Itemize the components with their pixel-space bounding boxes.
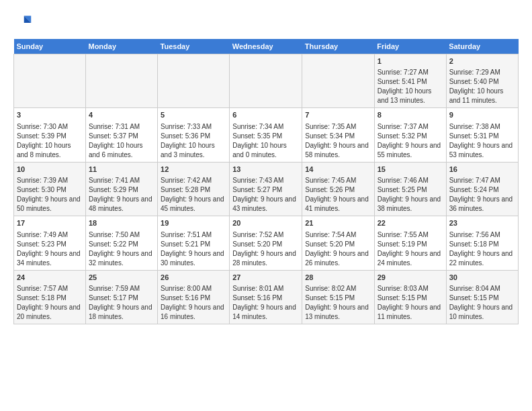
day-info: Sunset: 5:34 PM [305, 132, 371, 141]
calendar-cell [158, 54, 230, 108]
day-info: Daylight: 9 hours and 10 minutes. [449, 303, 515, 322]
calendar-cell: 13Sunrise: 7:43 AMSunset: 5:27 PMDayligh… [230, 162, 302, 216]
calendar-cell: 19Sunrise: 7:51 AMSunset: 5:21 PMDayligh… [158, 216, 230, 270]
day-info: Daylight: 9 hours and 38 minutes. [378, 195, 443, 214]
calendar-cell: 17Sunrise: 7:49 AMSunset: 5:23 PMDayligh… [14, 216, 86, 270]
calendar-cell: 26Sunrise: 8:00 AMSunset: 5:16 PMDayligh… [158, 270, 230, 324]
day-info: Sunrise: 7:59 AM [89, 284, 154, 293]
day-info: Daylight: 9 hours and 50 minutes. [17, 195, 83, 214]
calendar-cell: 25Sunrise: 7:59 AMSunset: 5:17 PMDayligh… [85, 270, 157, 324]
day-info: Sunrise: 7:43 AM [232, 176, 299, 185]
logo [13, 13, 35, 32]
day-info: Sunrise: 7:55 AM [378, 230, 443, 240]
day-number: 3 [17, 110, 83, 120]
day-info: Daylight: 9 hours and 14 minutes. [232, 303, 299, 322]
logo-icon [13, 13, 32, 32]
day-info: Sunset: 5:15 PM [305, 293, 371, 303]
day-info: Sunset: 5:15 PM [378, 293, 443, 303]
day-info: Sunset: 5:32 PM [378, 132, 443, 141]
day-info: Sunset: 5:35 PM [232, 132, 299, 141]
day-info: Sunset: 5:17 PM [89, 293, 154, 303]
day-info: Daylight: 10 hours and 8 minutes. [17, 141, 83, 160]
day-info: Sunset: 5:21 PM [161, 240, 226, 249]
calendar-cell: 20Sunrise: 7:52 AMSunset: 5:20 PMDayligh… [230, 216, 302, 270]
day-info: Sunrise: 7:46 AM [378, 176, 443, 185]
day-number: 2 [449, 56, 515, 66]
calendar-cell: 10Sunrise: 7:39 AMSunset: 5:30 PMDayligh… [14, 162, 86, 216]
day-number: 24 [17, 273, 83, 283]
calendar-cell: 16Sunrise: 7:47 AMSunset: 5:24 PMDayligh… [446, 162, 518, 216]
calendar-week-4: 17Sunrise: 7:49 AMSunset: 5:23 PMDayligh… [14, 216, 519, 270]
day-number: 7 [305, 110, 371, 120]
calendar-cell: 15Sunrise: 7:46 AMSunset: 5:25 PMDayligh… [374, 162, 446, 216]
calendar-week-3: 10Sunrise: 7:39 AMSunset: 5:30 PMDayligh… [14, 162, 519, 216]
day-info: Sunrise: 7:57 AM [17, 284, 83, 293]
day-info: Sunset: 5:23 PM [17, 240, 83, 249]
day-info: Sunrise: 7:29 AM [449, 68, 515, 77]
calendar-cell: 29Sunrise: 8:03 AMSunset: 5:15 PMDayligh… [374, 270, 446, 324]
day-info: Sunrise: 8:02 AM [305, 284, 371, 293]
calendar-cell [302, 54, 374, 108]
day-number: 26 [161, 273, 226, 283]
day-number: 30 [449, 273, 515, 283]
day-info: Daylight: 9 hours and 13 minutes. [305, 303, 371, 322]
day-info: Sunrise: 8:04 AM [449, 284, 515, 293]
calendar-cell: 23Sunrise: 7:56 AMSunset: 5:18 PMDayligh… [446, 216, 518, 270]
calendar-cell: 5Sunrise: 7:33 AMSunset: 5:36 PMDaylight… [158, 108, 230, 162]
day-number: 8 [378, 110, 443, 120]
day-number: 18 [89, 218, 154, 228]
calendar-cell: 30Sunrise: 8:04 AMSunset: 5:15 PMDayligh… [446, 270, 518, 324]
calendar-cell: 22Sunrise: 7:55 AMSunset: 5:19 PMDayligh… [374, 216, 446, 270]
day-info: Sunrise: 7:37 AM [378, 122, 443, 132]
calendar-cell: 28Sunrise: 8:02 AMSunset: 5:15 PMDayligh… [302, 270, 374, 324]
day-info: Sunrise: 7:47 AM [449, 176, 515, 185]
day-info: Daylight: 9 hours and 48 minutes. [89, 195, 154, 214]
day-number: 20 [232, 218, 299, 228]
day-number: 10 [17, 165, 83, 175]
day-info: Daylight: 9 hours and 55 minutes. [378, 141, 443, 160]
day-info: Sunset: 5:15 PM [449, 293, 515, 303]
day-number: 16 [449, 165, 515, 175]
day-info: Sunset: 5:27 PM [232, 185, 299, 195]
day-info: Daylight: 9 hours and 24 minutes. [378, 249, 443, 268]
day-info: Daylight: 9 hours and 11 minutes. [378, 303, 443, 322]
calendar-cell [230, 54, 302, 108]
day-info: Daylight: 10 hours and 3 minutes. [161, 141, 226, 160]
day-info: Sunrise: 7:34 AM [232, 122, 299, 132]
day-info: Daylight: 10 hours and 11 minutes. [449, 87, 515, 105]
day-info: Sunrise: 8:03 AM [378, 284, 443, 293]
day-number: 15 [378, 165, 443, 175]
day-info: Sunrise: 7:50 AM [89, 230, 154, 240]
day-info: Daylight: 9 hours and 20 minutes. [17, 303, 83, 322]
day-info: Sunset: 5:19 PM [378, 240, 443, 249]
day-info: Sunrise: 7:30 AM [17, 122, 83, 132]
day-number: 19 [161, 218, 226, 228]
calendar-cell: 12Sunrise: 7:42 AMSunset: 5:28 PMDayligh… [158, 162, 230, 216]
day-info: Sunset: 5:25 PM [378, 185, 443, 195]
day-number: 4 [89, 110, 154, 120]
header-cell-saturday: Saturday [446, 39, 518, 54]
calendar-cell [14, 54, 86, 108]
calendar-cell: 3Sunrise: 7:30 AMSunset: 5:39 PMDaylight… [14, 108, 86, 162]
calendar-cell: 8Sunrise: 7:37 AMSunset: 5:32 PMDaylight… [374, 108, 446, 162]
day-info: Sunset: 5:40 PM [449, 77, 515, 87]
day-number: 28 [305, 273, 371, 283]
day-info: Sunrise: 7:31 AM [89, 122, 154, 132]
header-cell-sunday: Sunday [14, 39, 86, 54]
day-info: Sunrise: 7:49 AM [17, 230, 83, 240]
day-number: 17 [17, 218, 83, 228]
day-info: Sunset: 5:22 PM [89, 240, 154, 249]
header-row: SundayMondayTuesdayWednesdayThursdayFrid… [14, 39, 519, 54]
day-info: Sunset: 5:37 PM [89, 132, 154, 141]
day-number: 14 [305, 165, 371, 175]
calendar-cell: 2Sunrise: 7:29 AMSunset: 5:40 PMDaylight… [446, 54, 518, 108]
day-info: Daylight: 9 hours and 26 minutes. [305, 249, 371, 268]
day-number: 27 [232, 273, 299, 283]
day-info: Sunrise: 7:54 AM [305, 230, 371, 240]
day-info: Daylight: 10 hours and 0 minutes. [232, 141, 299, 160]
day-info: Sunset: 5:20 PM [232, 240, 299, 249]
calendar-table: SundayMondayTuesdayWednesdayThursdayFrid… [13, 39, 519, 324]
day-info: Sunrise: 7:33 AM [161, 122, 226, 132]
day-info: Sunrise: 7:27 AM [378, 68, 443, 77]
day-info: Sunrise: 8:00 AM [161, 284, 226, 293]
